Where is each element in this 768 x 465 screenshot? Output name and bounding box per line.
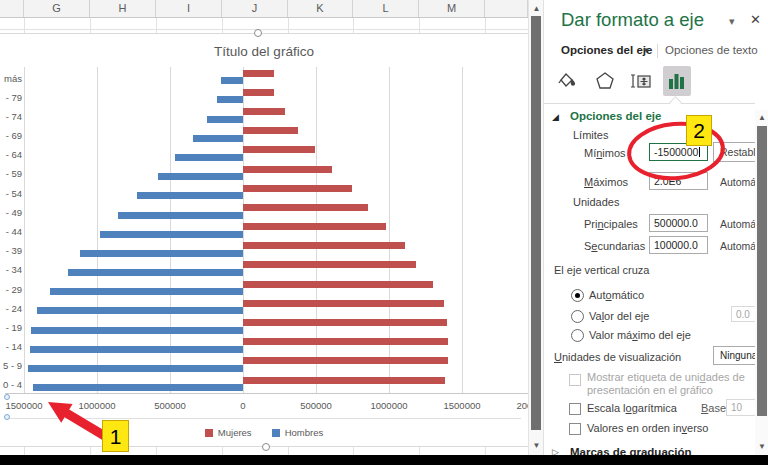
bar-mujeres[interactable] <box>243 242 405 249</box>
fill-line-icon[interactable] <box>553 66 581 96</box>
size-properties-icon[interactable] <box>627 66 655 96</box>
scroll-up-icon[interactable]: ▲ <box>755 111 768 125</box>
pane-close-icon[interactable]: ✕ <box>750 12 761 27</box>
tab-text-options[interactable]: Opciones de texto <box>665 44 758 56</box>
bar-mujeres[interactable] <box>243 377 445 384</box>
age-axis-label[interactable]: más <box>0 73 22 84</box>
bar-hombres[interactable] <box>118 212 243 219</box>
bar-mujeres[interactable] <box>243 89 274 96</box>
section-axis-options[interactable]: Opciones del eje <box>570 110 661 122</box>
chart-resize-handle-top[interactable] <box>254 29 262 37</box>
age-axis-label[interactable]: - 74 <box>0 111 22 122</box>
effects-icon[interactable] <box>591 66 619 96</box>
worksheet-row[interactable] <box>0 18 528 33</box>
bar-hombres[interactable] <box>68 269 243 276</box>
chart-legend[interactable]: MujeresHombres <box>0 427 528 438</box>
axis-selection-handle[interactable] <box>4 414 10 420</box>
age-axis-label[interactable]: - 19 <box>0 322 22 333</box>
radio-axis-value-label[interactable]: Valor del eje <box>589 310 649 322</box>
scroll-down-icon[interactable]: ▼ <box>529 439 544 453</box>
age-axis-label[interactable]: 5 - 9 <box>0 360 22 371</box>
bar-mujeres[interactable] <box>243 108 285 115</box>
age-axis-label[interactable]: - 24 <box>0 303 22 314</box>
bar-hombres[interactable] <box>37 307 243 314</box>
column-header[interactable]: G <box>24 0 90 17</box>
chart-object[interactable]: Título del gráfico 150000010000005000000… <box>0 33 528 447</box>
age-axis-label[interactable]: - 79 <box>0 92 22 103</box>
axis-options-chart-icon[interactable] <box>663 66 691 96</box>
radio-axis-value[interactable] <box>571 310 584 323</box>
bar-hombres[interactable] <box>158 173 243 180</box>
x-axis-tick-label[interactable]: 1000000 <box>359 400 419 411</box>
bar-hombres[interactable] <box>207 116 244 123</box>
age-axis-label[interactable]: - 14 <box>0 341 22 352</box>
age-axis-label[interactable]: - 39 <box>0 245 22 256</box>
age-axis-label[interactable]: - 29 <box>0 284 22 295</box>
legend-item[interactable]: Hombres <box>272 427 324 438</box>
chart-title[interactable]: Título del gráfico <box>0 44 528 59</box>
worksheet-scrollbar[interactable]: ▲ ▼ <box>528 0 543 455</box>
column-header[interactable] <box>485 0 528 17</box>
x-axis-tick-label[interactable]: 500000 <box>286 400 346 411</box>
bar-hombres[interactable] <box>80 250 243 257</box>
age-axis-label[interactable]: - 49 <box>0 207 22 218</box>
column-header[interactable] <box>0 0 24 17</box>
tab-caret-icon[interactable]: ▾ <box>644 45 649 55</box>
scrollbar-thumb[interactable] <box>757 126 767 416</box>
bar-hombres[interactable] <box>50 288 243 295</box>
bar-mujeres[interactable] <box>243 127 298 134</box>
axis-selection-handle[interactable] <box>4 394 10 400</box>
legend-item[interactable]: Mujeres <box>205 427 252 438</box>
chart-resize-handle-bottom[interactable] <box>262 443 270 451</box>
column-header[interactable]: H <box>90 0 156 17</box>
bar-hombres[interactable] <box>217 96 243 103</box>
tab-axis-options[interactable]: Opciones del eje <box>561 44 652 56</box>
column-header[interactable]: K <box>288 0 353 17</box>
bar-hombres[interactable] <box>193 135 243 142</box>
column-header[interactable]: L <box>353 0 419 17</box>
column-header[interactable]: J <box>222 0 288 17</box>
scrollbar-thumb[interactable] <box>531 16 541 430</box>
minor-units-input[interactable]: 100000.0 <box>649 236 708 254</box>
bar-hombres[interactable] <box>221 77 243 84</box>
x-axis-tick-label[interactable]: 1500000 <box>432 400 492 411</box>
bar-hombres[interactable] <box>30 346 243 353</box>
column-header[interactable]: M <box>419 0 485 17</box>
age-axis-label[interactable]: 0 - 4 <box>0 379 22 390</box>
bar-mujeres[interactable] <box>243 146 315 153</box>
x-axis-tick-label[interactable]: 0 <box>213 400 273 411</box>
major-units-input[interactable]: 500000.0 <box>649 214 708 232</box>
age-axis-label[interactable]: - 44 <box>0 226 22 237</box>
radio-axis-maximum-label[interactable]: Valor máximo del eje <box>589 329 691 341</box>
auto-button-max[interactable]: Automát <box>720 176 759 188</box>
x-axis-tick-label[interactable]: 1000000 <box>67 400 127 411</box>
scroll-up-icon[interactable]: ▲ <box>529 2 544 16</box>
auto-button-major[interactable]: Automát <box>720 218 759 230</box>
bar-hombres[interactable] <box>100 231 243 238</box>
bar-mujeres[interactable] <box>243 338 448 345</box>
bar-mujeres[interactable] <box>243 185 352 192</box>
bar-mujeres[interactable] <box>243 70 274 77</box>
age-axis-label[interactable]: - 59 <box>0 168 22 179</box>
expand-triangle-icon[interactable]: ▷ <box>552 447 559 455</box>
collapse-triangle-icon[interactable]: ◢ <box>552 112 559 122</box>
radio-automatic[interactable] <box>571 289 584 302</box>
log-scale-label[interactable]: Escala logarítmica <box>587 402 677 414</box>
age-axis-label[interactable]: - 34 <box>0 264 22 275</box>
reverse-order-label[interactable]: Valores en orden inverso <box>587 422 709 434</box>
bar-hombres[interactable] <box>28 365 243 372</box>
bar-mujeres[interactable] <box>243 281 433 288</box>
age-axis-label[interactable]: - 69 <box>0 130 22 141</box>
x-axis-tick-label[interactable]: 500000 <box>140 400 200 411</box>
x-axis-tick-label[interactable]: 1500000 <box>0 400 54 411</box>
bar-mujeres[interactable] <box>243 319 447 326</box>
scroll-down-icon[interactable]: ▼ <box>755 440 768 454</box>
bar-mujeres[interactable] <box>243 261 416 268</box>
section-tick-marks[interactable]: Marcas de graduación <box>570 446 691 455</box>
log-scale-checkbox[interactable] <box>569 403 581 415</box>
pane-menu-caret-icon[interactable]: ▾ <box>729 15 735 28</box>
column-header[interactable]: I <box>156 0 222 17</box>
bar-hombres[interactable] <box>31 327 243 334</box>
bar-mujeres[interactable] <box>243 223 386 230</box>
bar-mujeres[interactable] <box>243 166 332 173</box>
